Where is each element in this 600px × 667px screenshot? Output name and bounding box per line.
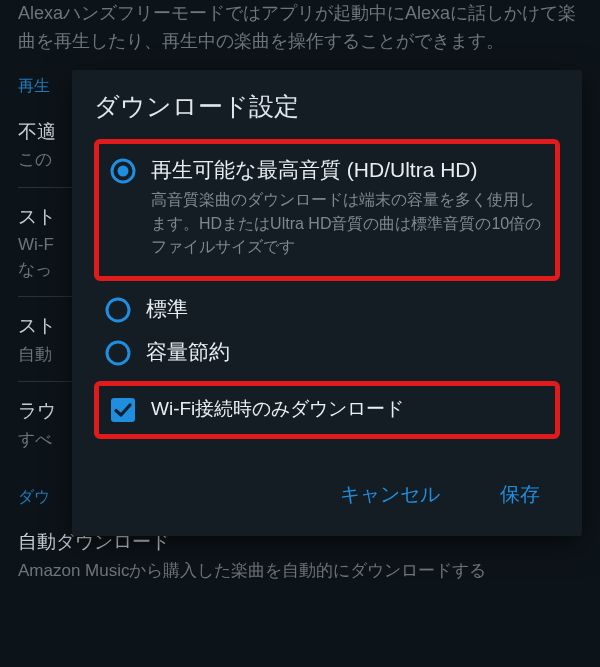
svg-point-3 <box>107 342 129 364</box>
checkbox-checked-icon <box>109 396 137 424</box>
setting-row-sub: Amazon Musicから購入した楽曲を自動的にダウンロードする <box>18 557 582 584</box>
dialog-title: ダウンロード設定 <box>94 90 560 123</box>
option-label: 標準 <box>146 297 188 320</box>
svg-point-1 <box>118 166 129 177</box>
option-label: 容量節約 <box>146 340 230 363</box>
hands-free-description: Alexaハンズフリーモードではアプリが起動中にAlexaに話しかけて楽曲を再生… <box>18 0 582 56</box>
radio-unselected-icon <box>104 339 132 367</box>
option-description: 高音質楽曲のダウンロードは端末の容量を多く使用します。HDまたはUltra HD… <box>151 188 545 258</box>
svg-point-2 <box>107 299 129 321</box>
highlight-box-wifi: Wi-Fi接続時のみダウンロード <box>94 381 560 439</box>
radio-option-hd[interactable]: 再生可能な最高音質 (HD/Ultra HD) 高音質楽曲のダウンロードは端末の… <box>109 156 545 258</box>
option-label: Wi-Fi接続時のみダウンロード <box>151 398 404 419</box>
radio-selected-icon <box>109 157 137 185</box>
checkbox-option-wifi[interactable]: Wi-Fi接続時のみダウンロード <box>109 396 545 424</box>
radio-option-saver[interactable]: 容量節約 <box>94 338 560 367</box>
save-button[interactable]: 保存 <box>500 481 540 508</box>
download-settings-dialog: ダウンロード設定 再生可能な最高音質 (HD/Ultra HD) 高音質楽曲のダ… <box>72 70 582 536</box>
radio-unselected-icon <box>104 296 132 324</box>
cancel-button[interactable]: キャンセル <box>340 481 440 508</box>
highlight-box-hd: 再生可能な最高音質 (HD/Ultra HD) 高音質楽曲のダウンロードは端末の… <box>94 139 560 281</box>
radio-option-standard[interactable]: 標準 <box>94 295 560 324</box>
option-label: 再生可能な最高音質 (HD/Ultra HD) <box>151 158 478 181</box>
dialog-actions: キャンセル 保存 <box>94 461 560 526</box>
